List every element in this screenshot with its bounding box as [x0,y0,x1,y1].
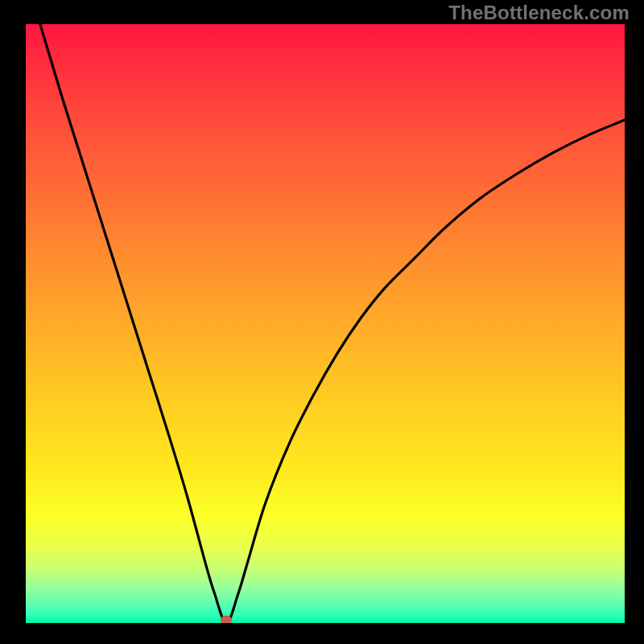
optimum-marker [221,616,232,623]
bottleneck-curve-path [26,24,625,623]
curve-svg [26,24,625,623]
chart-frame: TheBottleneck.com [0,0,644,644]
watermark-text: TheBottleneck.com [448,2,630,24]
plot-area [26,24,625,623]
